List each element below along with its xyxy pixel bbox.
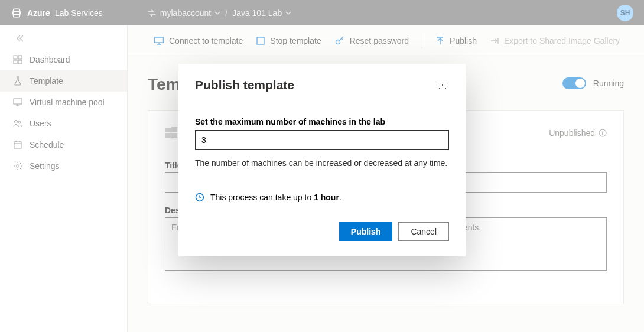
cancel-button[interactable]: Cancel [398,222,449,241]
modal-title: Publish template [195,78,294,92]
clock-icon [195,193,204,202]
machine-count-label: Set the maximum number of machines in th… [195,117,449,126]
duration-note: This process can take up to 1 hour. [195,193,449,202]
close-icon[interactable] [436,79,449,92]
publish-confirm-button[interactable]: Publish [339,222,393,241]
modal-overlay[interactable]: Publish template Set the maximum number … [0,0,644,332]
machine-count-hint: The number of machines can be increased … [195,158,449,168]
publish-modal: Publish template Set the maximum number … [178,64,466,256]
machine-count-input[interactable] [195,130,449,150]
